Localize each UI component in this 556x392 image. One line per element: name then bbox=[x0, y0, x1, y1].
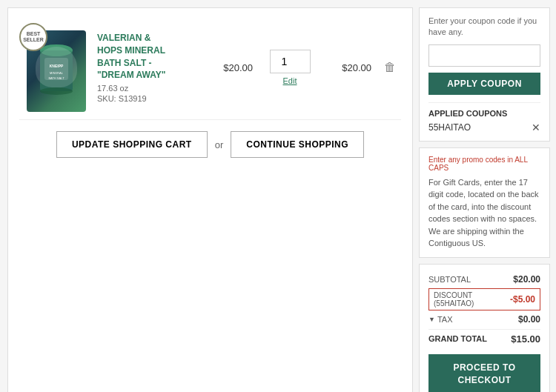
delete-column: 🗑 bbox=[379, 61, 401, 74]
best-seller-badge: BEST SELLER bbox=[19, 23, 47, 51]
coupon-input[interactable] bbox=[428, 44, 540, 67]
grand-total-label: GRAND TOTAL bbox=[428, 334, 487, 343]
edit-link[interactable]: Edit bbox=[283, 76, 297, 85]
product-sku: SKU: S13919 bbox=[97, 94, 197, 103]
svg-point-7 bbox=[40, 87, 73, 95]
svg-text:MINERAL: MINERAL bbox=[50, 71, 64, 75]
tax-label: TAX bbox=[437, 315, 453, 324]
svg-rect-3 bbox=[44, 58, 68, 80]
cart-section: BEST SELLER KNEIPP MINERAL BATH SALT bbox=[7, 7, 413, 392]
svg-text:BATH SALT: BATH SALT bbox=[48, 76, 64, 80]
checkout-button[interactable]: PROCEED TO CHECKOUT bbox=[428, 354, 540, 392]
coupon-tag-row: 55HAITAO ✕ bbox=[428, 122, 540, 133]
applied-coupons-label: APPLIED COUPONS bbox=[428, 109, 540, 118]
or-separator: or bbox=[215, 139, 224, 150]
applied-coupon-code: 55HAITAO bbox=[428, 122, 471, 133]
quantity-input[interactable] bbox=[270, 50, 311, 73]
product-name: VALERIAN & HOPS MINERAL BATH SALT - "DRE… bbox=[97, 32, 197, 82]
image-wrapper: BEST SELLER KNEIPP MINERAL BATH SALT bbox=[19, 23, 86, 112]
product-size: 17.63 oz bbox=[97, 84, 197, 93]
svg-point-2 bbox=[40, 44, 73, 56]
apply-coupon-button[interactable]: APPLY COUPON bbox=[428, 73, 540, 95]
coupon-instruction: Enter your coupon code if you have any. bbox=[428, 16, 540, 39]
tax-arrow-icon: ▼ bbox=[428, 316, 435, 323]
sidebar: Enter your coupon code if you have any. … bbox=[419, 0, 556, 392]
grand-total-value: $15.00 bbox=[511, 333, 540, 345]
summary-box: SUBTOTAL $20.00 DISCOUNT (55HAITAO) -$5.… bbox=[419, 264, 550, 392]
quantity-column: Edit bbox=[260, 50, 320, 85]
applied-coupons-section: APPLIED COUPONS 55HAITAO ✕ bbox=[428, 102, 540, 133]
cart-item: BEST SELLER KNEIPP MINERAL BATH SALT bbox=[19, 16, 401, 120]
item-subtotal: $20.00 bbox=[327, 62, 371, 73]
update-cart-button[interactable]: UPDATE SHOPPING CART bbox=[56, 131, 208, 158]
discount-value: -$5.00 bbox=[510, 294, 535, 305]
subtotal-value: $20.00 bbox=[513, 274, 540, 285]
subtotal-label: SUBTOTAL bbox=[428, 275, 471, 284]
subtotal-row: SUBTOTAL $20.00 bbox=[428, 272, 540, 287]
product-details: VALERIAN & HOPS MINERAL BATH SALT - "DRE… bbox=[93, 32, 201, 103]
remove-coupon-button[interactable]: ✕ bbox=[532, 122, 540, 133]
unit-price: $20.00 bbox=[208, 62, 253, 73]
svg-text:KNEIPP: KNEIPP bbox=[50, 64, 64, 68]
tax-value: $0.00 bbox=[518, 314, 540, 325]
promo-info-box: Enter any promo codes in ALL CAPS For Gi… bbox=[419, 147, 550, 258]
discount-label: DISCOUNT (55HAITAO) bbox=[434, 291, 510, 308]
delete-button[interactable]: 🗑 bbox=[384, 61, 396, 74]
promo-title: Enter any promo codes in ALL CAPS bbox=[428, 156, 540, 172]
promo-text: For Gift Cards, enter the 17 digit code,… bbox=[428, 176, 540, 250]
tax-row: ▼ TAX $0.00 bbox=[428, 312, 540, 327]
svg-rect-1 bbox=[40, 50, 73, 91]
grand-total-row: GRAND TOTAL $15.00 bbox=[428, 329, 540, 347]
discount-row: DISCOUNT (55HAITAO) -$5.00 bbox=[428, 288, 540, 310]
tax-label-wrap: ▼ TAX bbox=[428, 314, 453, 325]
cart-actions: UPDATE SHOPPING CART or CONTINUE SHOPPIN… bbox=[19, 120, 401, 162]
continue-shopping-button[interactable]: CONTINUE SHOPPING bbox=[231, 131, 364, 158]
coupon-box: Enter your coupon code if you have any. … bbox=[419, 7, 550, 142]
